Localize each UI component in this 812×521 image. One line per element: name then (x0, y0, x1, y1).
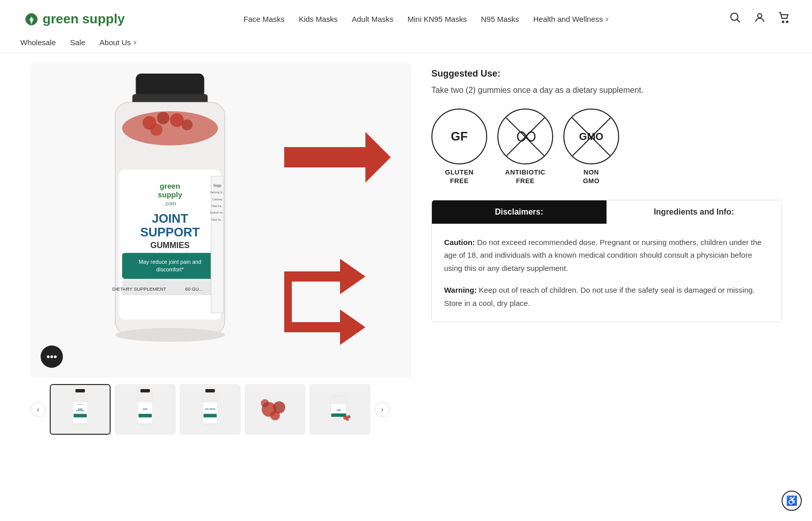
svg-text:60 GU...: 60 GU... (185, 286, 203, 292)
tabs-container: Disclaimers: Ingredients and Info: Cauti… (431, 200, 782, 323)
thumbnail-strip: ‹ green supply JOINT SUPPORT JOIN (30, 384, 411, 435)
svg-text:Calories: Calories (212, 198, 222, 201)
chat-button[interactable]: ••• (41, 345, 63, 368)
thumbnail-5[interactable]: JOINT (310, 384, 370, 435)
svg-point-3 (758, 14, 762, 18)
arrow-top (284, 124, 396, 190)
disclaimer-caution: Caution: Do not exceed recommended dose.… (444, 236, 769, 275)
svg-rect-6 (136, 74, 205, 97)
warning-label: Warning: (444, 286, 477, 294)
thumbnail-3[interactable]: JOINT SUPPORT (180, 384, 241, 435)
svg-rect-39 (73, 402, 87, 423)
thumbnail-2[interactable]: JOINT (115, 384, 176, 435)
product-info-area: Suggested Use: Take two (2) gummies once… (431, 63, 782, 459)
badge-antibiotic-free: ANTIBIOTICFREE (497, 109, 553, 186)
svg-line-2 (737, 19, 740, 22)
svg-text:Total Su...: Total Su... (211, 218, 223, 221)
nav-adult-masks[interactable]: Adult Masks (352, 15, 393, 23)
svg-rect-51 (203, 402, 217, 423)
gmo-circle: GMO (563, 109, 619, 164)
main-image-container: green supply .com JOINT SUPPORT GUMMIES … (30, 63, 411, 378)
svg-text:.com: .com (164, 200, 176, 206)
site-header: green supply Face Masks Kids Masks Adult… (0, 0, 812, 53)
svg-text:green: green (160, 182, 180, 190)
svg-text:Total Ca...: Total Ca... (211, 204, 223, 207)
suggested-use-label: Suggested Use: (431, 68, 782, 79)
svg-point-14 (150, 123, 162, 135)
svg-text:Sodium m...: Sodium m... (210, 212, 225, 215)
main-nav: Face Masks Kids Masks Adult Masks Mini K… (244, 15, 609, 23)
nav-n95-masks[interactable]: N95 Masks (481, 15, 519, 23)
product-bottle-image: green supply .com JOINT SUPPORT GUMMIES … (61, 74, 279, 368)
thumb-4-image (255, 389, 295, 430)
svg-point-0 (21, 9, 42, 29)
thumb-next-button[interactable]: › (375, 402, 390, 417)
thumb-3-image: JOINT SUPPORT (190, 389, 230, 430)
nav-face-masks[interactable]: Face Masks (244, 15, 285, 23)
thumbnail-4[interactable] (245, 384, 306, 435)
tabs-header: Disclaimers: Ingredients and Info: (432, 200, 781, 224)
thumb-5-image: JOINT (320, 389, 360, 430)
gf-circle: GF (431, 109, 487, 164)
svg-point-57 (261, 399, 269, 407)
svg-point-63 (347, 415, 350, 418)
cart-icon (779, 12, 790, 23)
svg-text:DIETARY SUPPLEMENT: DIETARY SUPPLEMENT (112, 286, 166, 292)
logo-line1: green (43, 11, 79, 26)
gf-label: GLUTENFREE (445, 168, 473, 186)
account-icon (754, 12, 765, 23)
tab-ingredients[interactable]: Ingredients and Info: (606, 200, 782, 224)
svg-text:discomfort*: discomfort* (156, 266, 184, 272)
cart-button[interactable] (776, 10, 792, 28)
chevron-down-icon-about: ∨ (133, 39, 137, 46)
svg-point-35 (115, 328, 225, 342)
search-icon (730, 12, 741, 23)
svg-text:JOINT: JOINT (78, 408, 83, 410)
thumb-2-image: JOINT (125, 389, 165, 430)
search-button[interactable] (728, 10, 743, 28)
svg-text:SUPPORT: SUPPORT (140, 225, 199, 239)
gmo-symbol: GMO (579, 131, 603, 143)
nav-sale[interactable]: Sale (70, 38, 85, 47)
svg-text:JOINT: JOINT (336, 409, 341, 411)
logo[interactable]: green supply (20, 8, 125, 30)
nav-mini-kn95[interactable]: Mini KN95 Masks (408, 15, 467, 23)
disclaimer-warning: Warning: Keep out of reach of children. … (444, 284, 769, 309)
svg-rect-37 (76, 389, 85, 393)
svg-text:Supp: Supp (213, 184, 221, 188)
svg-rect-48 (139, 414, 152, 418)
svg-rect-49 (206, 389, 215, 393)
nav-about-us[interactable]: About Us ∨ (99, 38, 137, 47)
logo-icon (20, 8, 43, 30)
thumb-prev-button[interactable]: ‹ (30, 402, 46, 417)
svg-rect-53 (204, 414, 217, 418)
svg-text:May reduce joint pain and: May reduce joint pain and (139, 259, 201, 265)
badge-non-gmo: GMO NONGMO (563, 109, 619, 186)
gf-symbol: GF (451, 129, 467, 144)
caution-label: Caution: (444, 238, 475, 247)
nav-wholesale[interactable]: Wholesale (20, 38, 56, 47)
svg-rect-46 (138, 402, 152, 423)
antibiotic-circle (497, 109, 553, 164)
secondary-nav: Wholesale Sale About Us ∨ (20, 38, 792, 53)
nav-health-wellness[interactable]: Health and Wellness ∨ (533, 15, 609, 23)
thumb-1-image: green supply JOINT SUPPORT (60, 389, 100, 430)
tab-disclaimers[interactable]: Disclaimers: (432, 200, 606, 224)
badge-gluten-free: GF GLUTENFREE (431, 109, 487, 186)
account-button[interactable] (752, 10, 767, 28)
antibiotic-label: ANTIBIOTICFREE (505, 168, 545, 186)
nav-kids-masks[interactable]: Kids Masks (299, 15, 338, 23)
svg-text:Serving S...: Serving S... (210, 191, 224, 194)
badges-row: GF GLUTENFREE ANTIBIOTICFREE (431, 109, 782, 186)
header-actions (728, 10, 792, 28)
svg-rect-28 (211, 176, 223, 313)
caution-text: Do not exceed recommended dose. Pregnant… (444, 238, 761, 272)
svg-rect-43 (74, 414, 87, 418)
chat-icon: ••• (46, 351, 57, 363)
product-image-area: green supply .com JOINT SUPPORT GUMMIES … (30, 63, 411, 459)
svg-rect-36 (284, 271, 292, 332)
thumbnail-1[interactable]: green supply JOINT SUPPORT (50, 384, 111, 435)
svg-point-5 (786, 21, 788, 23)
svg-text:GUMMIES: GUMMIES (150, 240, 189, 250)
svg-text:JOINT: JOINT (152, 212, 188, 225)
